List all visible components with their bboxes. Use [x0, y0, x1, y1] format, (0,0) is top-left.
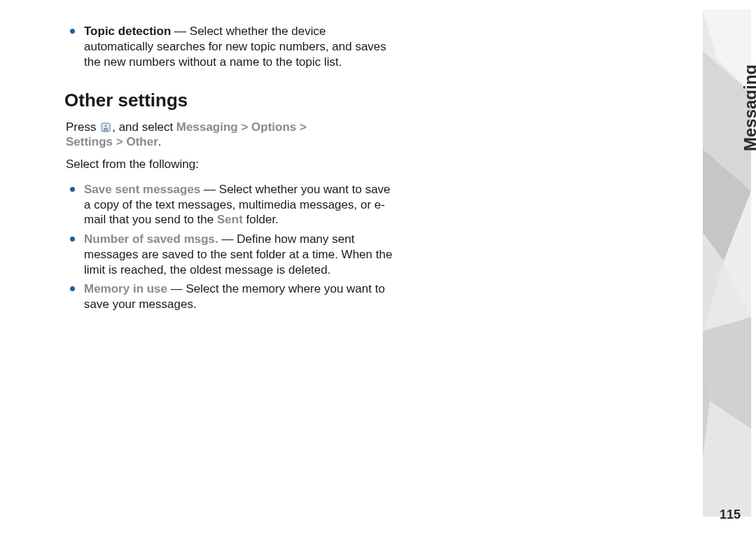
bullet-number-of-saved-msgs: Number of saved msgs. — Define how many …	[66, 232, 395, 277]
bullet-topic-detection: Topic detection — Select whether the dev…	[66, 24, 395, 69]
body-text-column: Topic detection — Select whether the dev…	[66, 24, 395, 316]
svg-rect-2	[104, 128, 108, 129]
bullet-save-sent-messages: Save sent messages — Select whether you …	[66, 182, 395, 227]
bullet-lead: Number of saved msgs.	[84, 232, 218, 246]
nav-sep: >	[238, 120, 251, 134]
manual-page: Topic detection — Select whether the dev…	[0, 0, 756, 546]
page-number: 115	[720, 507, 741, 522]
nav-period: .	[158, 135, 162, 148]
menu-key-icon	[101, 122, 111, 132]
nav-path-other: Other	[126, 135, 158, 148]
nav-sep: >	[113, 135, 126, 148]
section-tab-label: Messaging	[741, 64, 756, 151]
svg-point-1	[105, 125, 106, 126]
bullet-lead: Memory in use	[84, 282, 167, 295]
bullet-text-after: folder.	[243, 213, 279, 226]
nav-path-options: Options	[251, 120, 296, 134]
bullet-memory-in-use: Memory in use — Select the memory where …	[66, 281, 395, 312]
nav-path-messaging: Messaging	[176, 120, 238, 134]
sent-folder-word: Sent	[217, 213, 243, 226]
navigation-path: Press , and select Messaging > Options >…	[66, 120, 395, 150]
nav-before-icon: Press	[66, 120, 99, 134]
nav-sep: >	[296, 120, 307, 134]
nav-after-icon: , and select	[112, 120, 176, 134]
bullet-lead: Save sent messages	[84, 183, 200, 196]
follow-text: Select from the following:	[66, 157, 395, 172]
svg-rect-3	[104, 130, 108, 130]
bullet-lead: Topic detection	[84, 24, 171, 38]
section-heading: Other settings	[64, 89, 395, 112]
nav-path-settings: Settings	[66, 135, 113, 148]
